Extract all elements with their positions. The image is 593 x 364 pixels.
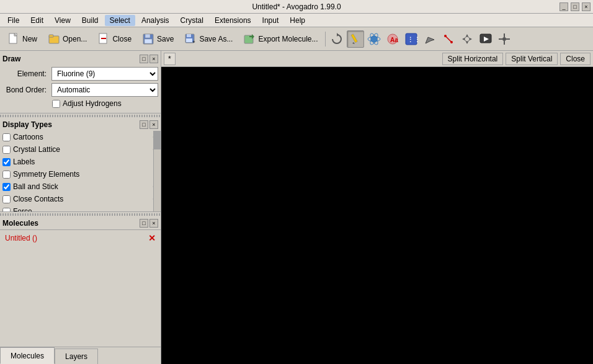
svg-rect-11	[187, 34, 191, 37]
element-label: Element:	[2, 69, 49, 78]
export-icon	[243, 32, 256, 46]
canvas-header-right: Split Horizontal Split Vertical Close	[442, 53, 591, 65]
select-tool-button[interactable]	[421, 30, 439, 48]
display-item-checkbox[interactable]	[2, 171, 11, 179]
display-types-scrollbar-thumb[interactable]	[154, 131, 161, 149]
display-item-label: Ball and Stick	[13, 182, 153, 191]
window-title: Untitled* - Avogadro 1.99.0	[252, 2, 341, 11]
display-types-list: Cartoons•••Crystal Lattice•••LabelsSymme…	[0, 131, 161, 211]
menu-bar: File Edit View Build Select Analysis Cry…	[0, 14, 593, 27]
molecules-close-button[interactable]: ×	[149, 219, 158, 228]
svg-marker-19	[352, 42, 355, 44]
molecules-title: Molecules	[2, 219, 38, 228]
display-item-checkbox[interactable]	[2, 158, 11, 166]
svg-marker-34	[468, 37, 472, 41]
maximize-button[interactable]: □	[571, 2, 579, 11]
title-bar: Untitled* - Avogadro 1.99.0 _ □ ×	[0, 0, 593, 14]
open-button[interactable]: Open...	[43, 30, 91, 48]
list-item: Force	[0, 205, 161, 211]
display-item-checkbox[interactable]	[2, 183, 11, 191]
draw-close-button[interactable]: ×	[149, 55, 158, 63]
open-icon	[47, 32, 61, 46]
draw-float-button[interactable]: □	[140, 55, 148, 63]
minimize-button[interactable]: _	[560, 2, 568, 11]
svg-point-37	[502, 37, 506, 41]
draw-tool-button[interactable]	[347, 30, 364, 48]
canvas-area[interactable]	[161, 67, 593, 364]
close-button[interactable]: Close	[92, 30, 136, 48]
menu-help[interactable]: Help	[285, 15, 310, 26]
menu-edit[interactable]: Edit	[25, 15, 48, 26]
menu-build[interactable]: Build	[77, 15, 104, 26]
save-button[interactable]: Save	[137, 30, 178, 48]
adjust-hydrogens-label[interactable]: Adjust Hydrogens	[63, 99, 122, 108]
list-item: Cartoons•••	[0, 131, 161, 143]
split-horizontal-button[interactable]: Split Horizontal	[442, 53, 504, 65]
draw-title: Draw	[2, 55, 20, 63]
list-item: Ball and Stick•••	[0, 180, 161, 193]
drag-handle-1[interactable]	[0, 115, 161, 117]
display-item-checkbox[interactable]	[2, 195, 11, 203]
bond-tool-button[interactable]: ⋮⋮	[403, 30, 420, 48]
list-item: Untitled ()✕	[2, 231, 158, 245]
molecules-controls: □ ×	[140, 219, 158, 228]
menu-input[interactable]: Input	[257, 15, 284, 26]
list-item: Close Contacts•••	[0, 193, 161, 205]
molecules-float-button[interactable]: □	[140, 219, 148, 228]
display-item-label: Symmetry Elements	[13, 170, 158, 179]
svg-text:⋮⋮: ⋮⋮	[407, 36, 418, 43]
bond-order-label: Bond Order:	[2, 86, 49, 94]
menu-select[interactable]: Select	[105, 15, 135, 26]
display-types-close-button[interactable]: ×	[149, 120, 158, 129]
display-item-label: Crystal Lattice	[13, 145, 153, 154]
manipulate-tool-button[interactable]	[496, 30, 513, 48]
bond-order-row: Bond Order: Automatic Single Double Trip…	[2, 83, 158, 97]
label-tool-button[interactable]: Aa	[384, 30, 401, 48]
molecule-name: Untitled ()	[5, 234, 37, 242]
save-as-button[interactable]: + Save As...	[179, 30, 237, 48]
main-layout: Draw □ × Element: Fluorine (9) Hydrogen …	[0, 51, 593, 364]
tab-layers[interactable]: Layers	[55, 348, 98, 364]
svg-rect-9	[145, 39, 152, 43]
animate-tool-button[interactable]	[477, 30, 494, 48]
molecules-header: Molecules □ ×	[0, 217, 161, 230]
tab-molecules[interactable]: Molecules	[0, 347, 55, 364]
display-types-float-button[interactable]: □	[140, 120, 148, 129]
menu-view[interactable]: View	[50, 15, 76, 26]
menu-crystal[interactable]: Crystal	[176, 15, 208, 26]
display-item-checkbox[interactable]	[2, 133, 11, 141]
molecules-section: Molecules □ × Untitled ()✕	[0, 217, 161, 347]
display-item-checkbox[interactable]	[2, 146, 11, 154]
close-window-button[interactable]: ×	[582, 2, 591, 11]
display-types-header: Display Types □ ×	[0, 118, 161, 131]
navigate-tool-button[interactable]	[458, 30, 476, 48]
svg-rect-4	[49, 35, 53, 37]
new-button[interactable]: New	[2, 30, 42, 48]
rotate-tool-button[interactable]	[328, 30, 346, 48]
toolbar: New Open... Close Save	[0, 27, 593, 51]
export-button[interactable]: Export Molecule...	[238, 30, 322, 48]
canvas-tab[interactable]: *	[164, 53, 176, 65]
drag-handle-2[interactable]	[0, 213, 161, 216]
list-item: Symmetry Elements	[0, 168, 161, 180]
display-types-title: Display Types	[2, 120, 52, 129]
draw-controls: □ ×	[140, 55, 158, 63]
new-icon	[7, 32, 20, 46]
element-select[interactable]: Fluorine (9) Hydrogen (1) Carbon (6) Nit…	[51, 67, 158, 81]
save-icon	[141, 32, 155, 46]
display-types-scrollbar[interactable]	[153, 131, 161, 211]
menu-extensions[interactable]: Extensions	[210, 15, 256, 26]
atom-tool-button[interactable]	[365, 30, 383, 48]
bond-order-select[interactable]: Automatic Single Double Triple	[51, 83, 158, 97]
display-item-checkbox[interactable]	[2, 208, 11, 212]
molecule-delete-button[interactable]: ✕	[148, 233, 156, 243]
split-vertical-button[interactable]: Split Vertical	[506, 53, 558, 65]
measure-tool-button[interactable]	[440, 30, 457, 48]
adjust-hydrogens-checkbox[interactable]	[52, 100, 60, 108]
close-file-icon	[97, 32, 110, 46]
canvas-close-button[interactable]: Close	[560, 53, 591, 65]
menu-analysis[interactable]: Analysis	[136, 15, 174, 26]
menu-file[interactable]: File	[2, 15, 24, 26]
canvas-header: * Split Horizontal Split Vertical Close	[161, 51, 593, 67]
draw-section: Draw □ × Element: Fluorine (9) Hydrogen …	[0, 51, 161, 113]
